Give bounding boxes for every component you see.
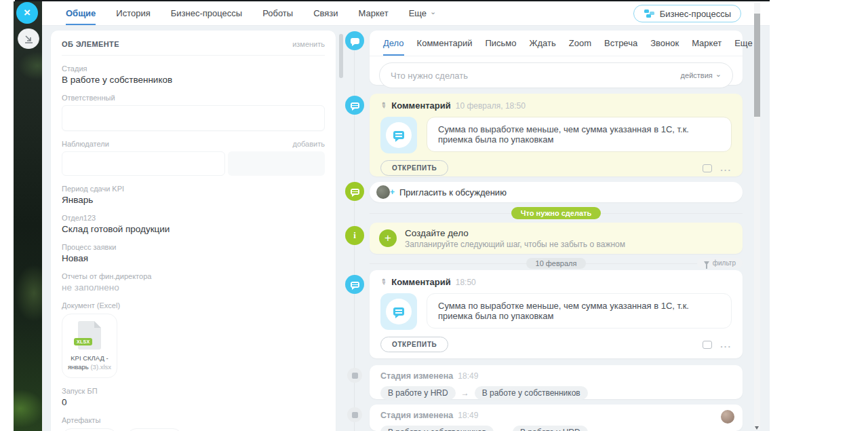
bp-diagram-icon [644,9,655,18]
business-processes-button[interactable]: Бизнес-процессы [633,5,741,22]
tab-links[interactable]: Связи [313,1,338,25]
edit-link[interactable]: изменить [292,40,325,48]
chevron-down-icon: ⌄ [715,71,722,78]
funnel-icon [704,261,709,265]
tab-call[interactable]: Звонок [650,38,679,56]
stage-change-icon [347,368,362,383]
comment-text: Сумма по выработке меньше, чем сумма ука… [427,293,732,329]
tab-deal[interactable]: Дело [383,38,404,56]
xlsx-badge: XLSX [74,338,92,345]
add-observer-link[interactable]: добавить [293,140,325,148]
comment-text: Сумма по выработке меньше, чем сумма ука… [427,117,732,152]
timeline-tabbar: Дело Комментарий Письмо Ждать Zoom Встре… [370,31,743,56]
tab-market[interactable]: Маркет [359,1,389,25]
unpin-button[interactable]: ОТКРЕПИТЬ [380,160,448,176]
info-icon: i [345,226,364,245]
tab-email[interactable]: Письмо [485,38,516,56]
close-button[interactable]: × [16,2,38,24]
stage-to-tag: В работе у HRD [513,426,588,431]
avatar: + [376,185,390,199]
todo-input[interactable] [391,71,681,81]
observers-label: Наблюдатели [62,140,109,148]
stage-to-tag: В работе у собственников [475,386,588,400]
stage-change-icon [347,407,362,422]
stage-from-tag: В работе у HRD [380,386,456,400]
tab-market[interactable]: Маркет [692,38,722,56]
background-image-strip [14,1,42,431]
activity-composer: Дело Комментарий Письмо Ждать Zoom Встре… [370,31,743,85]
add-user-icon: + [390,187,395,197]
avatar [721,410,734,424]
file-card-artifact-2[interactable]: XLSX Выработка Январь 25.xlsx [127,428,182,431]
tab-more[interactable]: Еще ⌄ [409,1,437,25]
file-name: KPI СКЛАД - январь (3).xlsx [65,354,114,372]
arrow-right-icon: → [461,388,469,398]
comment-icon [345,96,364,115]
arrow-right-icon: → [499,428,507,431]
details-header: ОБ ЭЛЕМЕНТЕ [62,40,119,48]
details-scrollbar[interactable] [339,34,343,78]
plus-icon[interactable]: + [379,229,397,247]
observer-chip-area[interactable] [62,151,225,176]
collapse-panel-button[interactable] [18,29,39,49]
date-separator-row: 10 февраля фильтр [370,258,743,269]
deal-chat-icon [345,31,364,50]
filter-button[interactable]: фильтр [697,258,743,268]
stage-from-tag: В работе у собственников [380,426,494,431]
unpin-button[interactable]: ОТКРЕПИТЬ [380,337,448,352]
file-card-artifact-1[interactable]: XLSX Выработка Январь 25.xlsx [62,428,117,431]
todo-input-wrap: действия ⌄ [379,62,733,88]
chevron-down-icon: ⌄ [430,8,436,16]
findir-reports-label: Отчеты от фин.директора [62,272,325,280]
artifacts-label: Артефакты [62,416,325,424]
stage-value[interactable]: В работе у собственников [62,75,325,85]
invite-label: Пригласить к обсуждению [399,187,507,198]
tab-comment[interactable]: Комментарий [417,38,473,56]
comment-icon [345,275,364,294]
document-label: Документ (Excel) [62,301,325,310]
pin-icon: ✎ [378,277,389,288]
comment-avatar [380,293,417,330]
comment-avatar [380,117,417,153]
responsible-user-field[interactable] [62,105,325,131]
todo-separator: Что нужно сделать [370,207,743,219]
create-deal-subtitle: Запланируйте следующий шаг, чтобы не заб… [405,240,625,249]
responsible-label: Ответственный [62,94,325,102]
file-card-kpi-sklad[interactable]: XLSX KPI СКЛАД - январь (3).xlsx [62,314,117,378]
department-value[interactable]: Склад готовой продукции [62,224,325,234]
tab-wait[interactable]: Ждать [530,38,556,56]
scroll-down-arrow-icon[interactable] [755,426,759,430]
comment-bubble-icon[interactable] [703,164,712,172]
comment-card: ✎ Комментарий 18:50 Сумма по выработке м… [370,270,743,358]
department-label: Отдел123 [62,214,325,222]
invite-to-discussion[interactable]: + Пригласить к обсуждению [370,182,743,202]
close-icon: × [24,6,31,20]
tab-business-processes[interactable]: Бизнес-процессы [171,1,242,25]
slider-panel: Общие История Бизнес-процессы Роботы Свя… [42,1,770,431]
kpi-period-value[interactable]: Январь [62,195,325,205]
pinned-comment-card: ✎ Комментарий 10 февраля, 18:50 Сумма по… [370,94,743,176]
tab-history[interactable]: История [116,1,150,25]
tab-robots[interactable]: Роботы [262,1,293,25]
create-deal-title[interactable]: Создайте дело [405,228,625,238]
actions-dropdown[interactable]: действия ⌄ [681,71,722,79]
bp-launch-value: 0 [62,397,325,407]
observers-field[interactable] [62,151,325,176]
collapse-arrow-icon [24,35,33,43]
stage-label: Стадия [62,64,325,73]
tab-zoom[interactable]: Zoom [569,38,591,56]
stage-change-card: Стадия изменена 18:49 В работе у HRD → В… [370,365,743,399]
request-process-label: Процесс заявки [62,243,325,251]
observer-empty-area [228,151,325,176]
pin-icon: ✎ [378,100,389,111]
excel-file-icon: XLSX [78,321,101,350]
comment-bubble-icon[interactable] [703,341,712,349]
tab-meeting[interactable]: Встреча [604,38,637,56]
bp-launch-label: Запуск БП [62,387,325,395]
discussion-icon [345,182,364,201]
request-process-value[interactable]: Новая [62,253,325,263]
timeline-scrollbar-thumb[interactable] [754,14,760,117]
todo-pill[interactable]: Что нужно сделать [511,207,601,219]
date-pill: 10 февраля [526,258,587,269]
tab-general[interactable]: Общие [66,1,96,25]
